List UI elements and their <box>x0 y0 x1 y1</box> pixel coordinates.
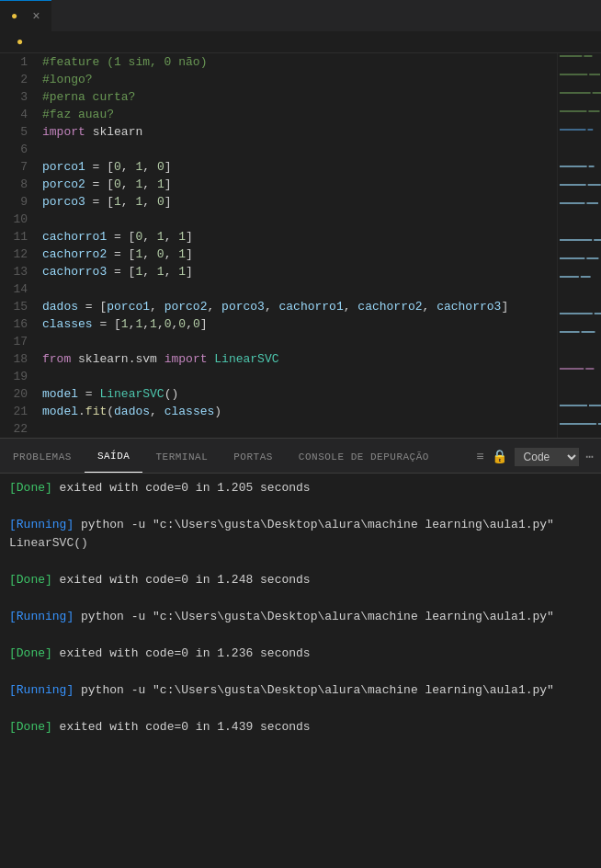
python-file-icon: ● <box>11 10 17 23</box>
code-line: porco2 = [0, 1, 1] <box>42 176 553 193</box>
line-number: 19 <box>7 368 28 385</box>
code-line: import sklearn <box>42 123 553 141</box>
code-line: #feature (1 sim, 0 não) <box>42 53 553 71</box>
line-number: 13 <box>7 263 28 280</box>
line-number: 1 <box>7 53 28 71</box>
terminal-line: [Running] python -u "c:\Users\gusta\Desk… <box>9 681 592 700</box>
line-number: 22 <box>7 420 28 438</box>
tab-bar: ● × <box>0 0 601 32</box>
terminal-line: [Running] python -u "c:\Users\gusta\Desk… <box>9 516 592 534</box>
line-number: 21 <box>7 403 28 420</box>
terminal-line <box>9 626 592 645</box>
code-line: classes = [1,1,1,0,0,0] <box>42 315 553 333</box>
panel-lock-icon[interactable]: 🔒 <box>492 449 507 464</box>
line-number: 2 <box>7 71 28 88</box>
line-number: 11 <box>7 228 28 246</box>
code-line <box>42 211 553 228</box>
terminal-line <box>9 663 592 681</box>
panel-tab-portas[interactable]: PORTAS <box>221 441 286 473</box>
tab-close-button[interactable]: × <box>32 9 40 24</box>
breadcrumb: ● <box>0 32 601 53</box>
code-line: #faz auau? <box>42 106 553 123</box>
code-line: model = LinearSVC() <box>42 385 553 403</box>
line-number: 6 <box>7 141 28 158</box>
line-number: 3 <box>7 88 28 106</box>
panel-tabs-left: PROBLEMASSAÍDATERMINALPORTASCONSOLE DE D… <box>0 441 442 473</box>
panel-tab-saída[interactable]: SAÍDA <box>85 441 143 473</box>
panel-more-icon[interactable]: ⋯ <box>586 449 594 464</box>
line-number: 12 <box>7 246 28 263</box>
terminal-line: LinearSVC() <box>9 534 592 553</box>
panel-list-icon[interactable]: ≡ <box>476 450 483 464</box>
editor-area: 1234567891011121314151617181920212223242… <box>0 53 601 438</box>
panel-tabs-right: ≡ 🔒 CodePythonGit ⋯ <box>476 448 601 466</box>
terminal-line: [Done] exited with code=0 in 1.236 secon… <box>9 645 592 663</box>
code-line: cachorro2 = [1, 0, 1] <box>42 246 553 263</box>
line-number: 4 <box>7 106 28 123</box>
code-line <box>42 333 553 350</box>
panel-tab-problemas[interactable]: PROBLEMAS <box>0 441 85 473</box>
terminal-line: [Done] exited with code=0 in 1.248 secon… <box>9 571 592 589</box>
line-number: 8 <box>7 176 28 193</box>
code-line: cachorro1 = [0, 1, 1] <box>42 228 553 246</box>
line-number: 10 <box>7 211 28 228</box>
terminal-line <box>9 553 592 571</box>
code-line: from sklearn.svm import LinearSVC <box>42 350 553 368</box>
terminal-output[interactable]: [Done] exited with code=0 in 1.205 secon… <box>0 474 601 869</box>
code-line: #perna curta? <box>42 88 553 106</box>
line-number: 18 <box>7 350 28 368</box>
code-line <box>42 368 553 385</box>
code-line <box>42 141 553 158</box>
line-number: 5 <box>7 123 28 141</box>
terminal-line <box>9 497 592 516</box>
line-number: 17 <box>7 333 28 350</box>
panel-tab-terminal[interactable]: TERMINAL <box>142 441 221 473</box>
panel-tabs: PROBLEMASSAÍDATERMINALPORTASCONSOLE DE D… <box>0 441 601 474</box>
code-line: model.fit(dados, classes) <box>42 403 553 420</box>
code-line: cachorro3 = [1, 1, 1] <box>42 263 553 280</box>
line-number: 9 <box>7 193 28 211</box>
line-numbers: 1234567891011121314151617181920212223242… <box>0 53 39 438</box>
code-line: porco1 = [0, 1, 0] <box>42 158 553 176</box>
line-number: 16 <box>7 315 28 333</box>
terminal-line: [Running] python -u "c:\Users\gusta\Desk… <box>9 608 592 626</box>
terminal-line: [Done] exited with code=0 in 1.439 secon… <box>9 718 592 737</box>
line-number: 20 <box>7 385 28 403</box>
line-number: 14 <box>7 280 28 298</box>
minimap <box>557 53 601 438</box>
code-line: dados = [porco1, porco2, porco3, cachorr… <box>42 298 553 315</box>
code-editor[interactable]: #feature (1 sim, 0 não)#longo?#perna cur… <box>39 53 557 438</box>
line-number: 15 <box>7 298 28 315</box>
terminal-line <box>9 589 592 608</box>
tab-aula1py[interactable]: ● × <box>0 0 51 32</box>
panel-tab-console-de-depuração[interactable]: CONSOLE DE DEPURAÇÃO <box>286 441 442 473</box>
line-number: 7 <box>7 158 28 176</box>
breadcrumb-file-icon: ● <box>17 36 23 49</box>
output-source-select[interactable]: CodePythonGit <box>515 448 579 466</box>
terminal-line <box>9 700 592 718</box>
code-line: #longo? <box>42 71 553 88</box>
terminal-line: [Done] exited with code=0 in 1.205 secon… <box>9 479 592 497</box>
code-line <box>42 420 553 438</box>
code-line <box>42 280 553 298</box>
code-line: porco3 = [1, 1, 0] <box>42 193 553 211</box>
